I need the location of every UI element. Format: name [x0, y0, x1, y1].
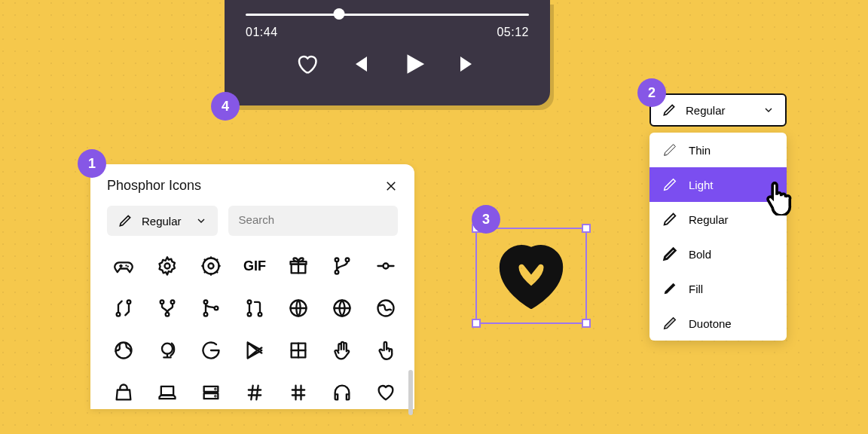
gif-label: GIF: [243, 258, 266, 274]
hand-icon[interactable]: [326, 334, 359, 367]
weight-select[interactable]: Regular: [107, 206, 218, 236]
git-pull-icon[interactable]: [238, 292, 271, 325]
laptop-icon[interactable]: [151, 376, 184, 409]
globe-icon[interactable]: [282, 292, 315, 325]
hash-straight-icon[interactable]: [282, 376, 315, 409]
globe-stand-icon[interactable]: [151, 334, 184, 367]
git-merge-icon[interactable]: [194, 292, 228, 325]
pencil-icon: [662, 246, 678, 262]
badge-label: 4: [222, 99, 229, 115]
option-label: Light: [689, 179, 714, 191]
resize-handle-bl[interactable]: [472, 319, 481, 328]
style-option-bold[interactable]: Bold: [649, 237, 787, 271]
gif-icon[interactable]: GIF: [238, 249, 271, 283]
pencil-icon: [662, 176, 678, 193]
phosphor-panel: Phosphor Icons Regular Search GIF: [90, 164, 414, 409]
git-branch-icon[interactable]: [326, 249, 359, 283]
svg-point-29: [215, 396, 215, 396]
globe-hemisphere-icon[interactable]: [369, 292, 402, 325]
play-icon[interactable]: [401, 51, 426, 77]
badge-label: 1: [88, 156, 96, 172]
scrollbar-thumb[interactable]: [408, 370, 413, 415]
panel-header: Phosphor Icons: [90, 164, 414, 203]
panel-filters: Regular Search: [90, 203, 414, 249]
heart-icon: [495, 243, 567, 309]
hand-pointing-icon[interactable]: [369, 334, 402, 367]
globe-west-icon[interactable]: [107, 334, 140, 367]
svg-point-1: [209, 264, 214, 269]
hard-drive-icon[interactable]: [194, 376, 228, 409]
gift-icon[interactable]: [282, 249, 315, 283]
badge-label: 2: [648, 85, 656, 101]
google-play-icon[interactable]: [238, 334, 271, 367]
git-diff-icon[interactable]: [107, 292, 140, 325]
step-badge-2: 2: [637, 78, 666, 107]
svg-point-0: [165, 264, 170, 269]
pencil-icon: [662, 142, 678, 158]
option-label: Fill: [689, 283, 703, 295]
git-fork-icon[interactable]: [151, 292, 184, 325]
heart-outline-icon[interactable]: [369, 376, 402, 409]
resize-handle-tr[interactable]: [582, 224, 591, 233]
player-controls: [246, 51, 529, 77]
globe-simple-icon[interactable]: [326, 292, 359, 325]
resize-handle-br[interactable]: [582, 319, 591, 328]
handbag-icon[interactable]: [107, 376, 140, 409]
style-option-fill[interactable]: Fill: [649, 271, 787, 306]
time-row: 01:44 05:12: [246, 26, 529, 39]
hash-icon[interactable]: [238, 376, 271, 409]
option-label: Regular: [689, 213, 729, 226]
gear-alt-icon[interactable]: [194, 249, 228, 283]
headphones-icon[interactable]: [326, 376, 359, 409]
style-picker: Regular Thin Light Regular Bold Fill Duo…: [649, 93, 787, 341]
heart-icon[interactable]: [295, 53, 318, 75]
next-icon[interactable]: [457, 53, 479, 75]
chevron-down-icon: [195, 215, 207, 227]
style-option-duotone[interactable]: Duotone: [649, 306, 787, 341]
time-total: 05:12: [497, 26, 529, 39]
step-badge-3: 3: [472, 205, 500, 234]
svg-rect-26: [161, 387, 173, 396]
track-knob[interactable]: [334, 8, 345, 20]
option-label: Duotone: [689, 317, 732, 330]
style-picker-trigger[interactable]: Regular: [649, 93, 787, 127]
style-selected-label: Regular: [686, 104, 726, 117]
pencil-icon: [662, 102, 677, 118]
pencil-icon: [662, 280, 678, 297]
progress-track[interactable]: [246, 8, 529, 21]
grid-four-icon[interactable]: [282, 334, 315, 367]
step-badge-1: 1: [78, 149, 106, 178]
search-placeholder: Search: [239, 213, 275, 226]
style-picker-list: Thin Light Regular Bold Fill Duotone: [649, 133, 787, 341]
pencil-icon: [662, 315, 678, 332]
icon-grid-wrap: GIF: [90, 249, 414, 409]
game-controller-icon[interactable]: [107, 249, 140, 283]
track-line: [246, 14, 529, 16]
weight-selected-label: Regular: [142, 215, 182, 228]
pencil-icon: [662, 211, 678, 228]
chevron-down-icon: [763, 104, 775, 116]
option-label: Thin: [689, 144, 711, 157]
pencil-icon: [118, 213, 133, 228]
panel-title: Phosphor Icons: [107, 178, 201, 194]
close-icon[interactable]: [384, 179, 398, 193]
svg-point-30: [215, 389, 215, 390]
step-badge-4: 4: [211, 92, 240, 121]
git-commit-icon[interactable]: [369, 249, 402, 283]
gear-icon[interactable]: [151, 249, 184, 283]
search-input[interactable]: Search: [228, 206, 398, 236]
badge-label: 3: [482, 212, 490, 228]
google-logo-icon[interactable]: [194, 334, 228, 367]
style-option-thin[interactable]: Thin: [649, 133, 787, 167]
svg-point-24: [162, 344, 173, 354]
option-label: Bold: [689, 248, 711, 261]
previous-icon[interactable]: [348, 53, 371, 75]
heart-selection-frame[interactable]: [475, 228, 587, 324]
music-player: 01:44 05:12: [225, 0, 550, 105]
icon-grid: GIF: [107, 249, 401, 409]
time-current: 01:44: [246, 26, 278, 39]
cursor-pointer-icon: [760, 181, 794, 215]
